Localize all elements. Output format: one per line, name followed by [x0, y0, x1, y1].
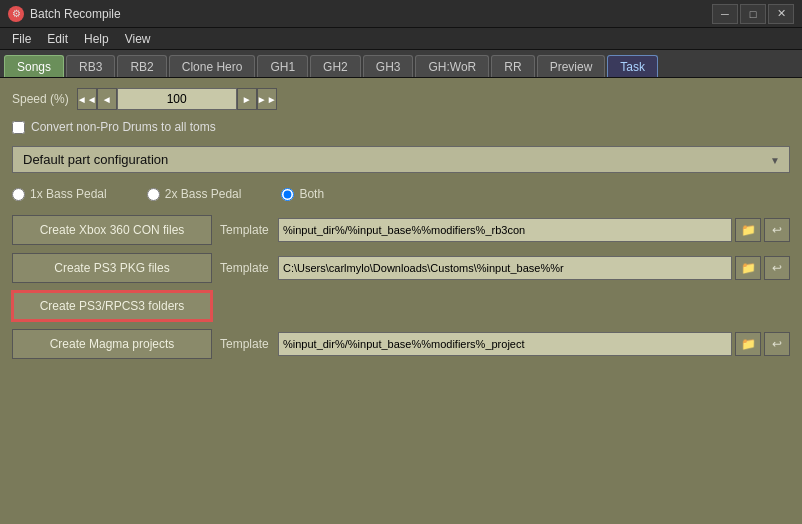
folder-icon-magma: 📁 — [741, 337, 756, 351]
undo-icon-ps3-pkg: ↩ — [772, 261, 782, 275]
default-part-dropdown[interactable]: Default part configuration — [12, 146, 790, 173]
template-label-ps3-pkg: Template — [220, 261, 278, 275]
action-row-ps3-pkg: Create PS3 PKG files Template 📁 ↩ — [12, 253, 790, 283]
tab-gh1[interactable]: GH1 — [257, 55, 308, 77]
speed-dec-fast-button[interactable]: ◄◄ — [77, 88, 97, 110]
browse-button-magma[interactable]: 📁 — [735, 332, 761, 356]
speed-input[interactable] — [117, 88, 237, 110]
tab-clone-hero[interactable]: Clone Hero — [169, 55, 256, 77]
create-ps3-pkg-button[interactable]: Create PS3 PKG files — [12, 253, 212, 283]
title-bar-text: Batch Recompile — [30, 7, 712, 21]
action-row-magma: Create Magma projects Template 📁 ↩ — [12, 329, 790, 359]
convert-drums-checkbox[interactable] — [12, 121, 25, 134]
template-input-magma[interactable] — [278, 332, 732, 356]
tab-ghwor[interactable]: GH:WoR — [415, 55, 489, 77]
convert-drums-row: Convert non-Pro Drums to all toms — [12, 120, 790, 134]
speed-inc-fast-button[interactable]: ►► — [257, 88, 277, 110]
convert-drums-label: Convert non-Pro Drums to all toms — [31, 120, 216, 134]
default-part-wrapper: Default part configuration — [12, 146, 790, 173]
close-button[interactable]: ✕ — [768, 4, 794, 24]
action-row-ps3-rpcs3: Create PS3/RPCS3 folders — [12, 291, 790, 321]
speed-inc-slow-button[interactable]: ► — [237, 88, 257, 110]
template-input-ps3-pkg[interactable] — [278, 256, 732, 280]
template-label-xbox: Template — [220, 223, 278, 237]
main-content: Speed (%) ◄◄ ◄ ► ►► Convert non-Pro Drum… — [0, 78, 802, 524]
title-bar: ⚙ Batch Recompile ─ □ ✕ — [0, 0, 802, 28]
radio-2x-bass-input[interactable] — [147, 188, 160, 201]
create-ps3-rpcs3-button[interactable]: Create PS3/RPCS3 folders — [12, 291, 212, 321]
tab-task[interactable]: Task — [607, 55, 658, 77]
undo-icon-magma: ↩ — [772, 337, 782, 351]
radio-both-bass-label: Both — [299, 187, 324, 201]
create-xbox-con-button[interactable]: Create Xbox 360 CON files — [12, 215, 212, 245]
folder-icon-ps3-pkg: 📁 — [741, 261, 756, 275]
action-row-xbox: Create Xbox 360 CON files Template 📁 ↩ — [12, 215, 790, 245]
radio-2x-bass-label: 2x Bass Pedal — [165, 187, 242, 201]
template-label-magma: Template — [220, 337, 278, 351]
browse-button-xbox[interactable]: 📁 — [735, 218, 761, 242]
maximize-button[interactable]: □ — [740, 4, 766, 24]
undo-button-xbox[interactable]: ↩ — [764, 218, 790, 242]
radio-1x-bass-label: 1x Bass Pedal — [30, 187, 107, 201]
default-part-row: Default part configuration — [12, 146, 790, 173]
menu-file[interactable]: File — [4, 30, 39, 48]
undo-icon-xbox: ↩ — [772, 223, 782, 237]
browse-button-ps3-pkg[interactable]: 📁 — [735, 256, 761, 280]
create-magma-button[interactable]: Create Magma projects — [12, 329, 212, 359]
template-input-xbox[interactable] — [278, 218, 732, 242]
tab-rb3[interactable]: RB3 — [66, 55, 115, 77]
tab-rr[interactable]: RR — [491, 55, 534, 77]
undo-button-magma[interactable]: ↩ — [764, 332, 790, 356]
radio-1x-bass: 1x Bass Pedal — [12, 187, 107, 201]
minimize-button[interactable]: ─ — [712, 4, 738, 24]
tab-gh3[interactable]: GH3 — [363, 55, 414, 77]
speed-dec-slow-button[interactable]: ◄ — [97, 88, 117, 110]
undo-button-ps3-pkg[interactable]: ↩ — [764, 256, 790, 280]
title-bar-controls: ─ □ ✕ — [712, 4, 794, 24]
speed-row: Speed (%) ◄◄ ◄ ► ►► — [12, 88, 790, 110]
tab-rb2[interactable]: RB2 — [117, 55, 166, 77]
bass-pedal-row: 1x Bass Pedal 2x Bass Pedal Both — [12, 187, 790, 201]
menu-bar: File Edit Help View — [0, 28, 802, 50]
radio-both-bass-input[interactable] — [281, 188, 294, 201]
menu-help[interactable]: Help — [76, 30, 117, 48]
tab-songs[interactable]: Songs — [4, 55, 64, 77]
speed-label: Speed (%) — [12, 92, 69, 106]
app-icon: ⚙ — [8, 6, 24, 22]
radio-1x-bass-input[interactable] — [12, 188, 25, 201]
menu-view[interactable]: View — [117, 30, 159, 48]
tab-bar: Songs RB3 RB2 Clone Hero GH1 GH2 GH3 GH:… — [0, 50, 802, 78]
tab-gh2[interactable]: GH2 — [310, 55, 361, 77]
menu-edit[interactable]: Edit — [39, 30, 76, 48]
radio-2x-bass: 2x Bass Pedal — [147, 187, 242, 201]
radio-both-bass: Both — [281, 187, 324, 201]
tab-preview[interactable]: Preview — [537, 55, 606, 77]
folder-icon-xbox: 📁 — [741, 223, 756, 237]
